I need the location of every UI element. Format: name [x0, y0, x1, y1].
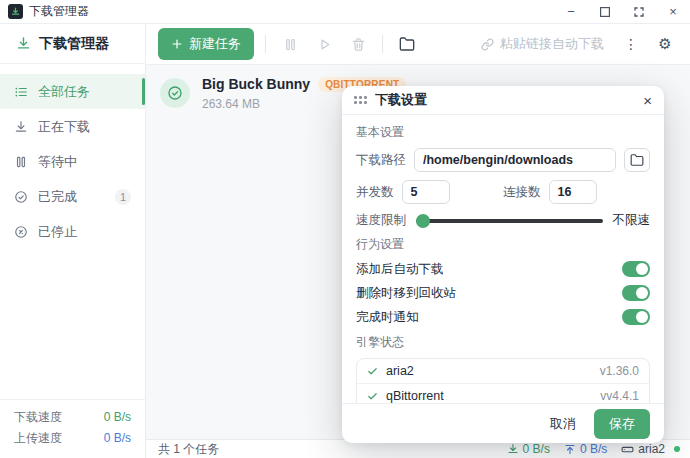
fullscreen-button[interactable] [622, 0, 656, 24]
speed-limit-label: 速度限制 [356, 212, 406, 229]
plus-icon [171, 38, 183, 50]
titlebar: 下载管理器 − × [0, 0, 690, 24]
download-speed-label: 下载速度 [14, 407, 62, 428]
connections-input[interactable] [549, 180, 597, 204]
window-title: 下载管理器 [29, 3, 89, 20]
statusbar-engine: aria2 [621, 442, 680, 456]
slider-track [416, 219, 603, 223]
engine-status-list: aria2 v1.36.0 qBittorrent vv4.4.1 yt-dlp… [356, 358, 650, 403]
check-circle-icon [14, 190, 28, 204]
sidebar-item-label: 已停止 [38, 223, 77, 241]
engine-status-dot [674, 446, 680, 452]
concurrency-input[interactable] [402, 180, 450, 204]
statusbar-upload-speed: 0 B/s [564, 442, 607, 456]
app-logo-icon [8, 4, 23, 19]
pause-icon [283, 37, 298, 52]
resume-task-button[interactable] [311, 31, 337, 57]
task-status-icon [160, 78, 190, 108]
delete-task-button[interactable] [345, 31, 371, 57]
sidebar-speed-panel: 下载速度 0 B/s 上传速度 0 B/s [0, 399, 145, 458]
sidebar-item-all-tasks[interactable]: 全部任务 [0, 74, 145, 109]
paste-link-label: 粘贴链接自动下载 [500, 35, 604, 53]
task-count: 共 1 个任务 [158, 441, 219, 458]
engine-row-aria2: aria2 v1.36.0 [357, 359, 649, 384]
list-icon [14, 85, 28, 99]
upload-speed-value: 0 B/s [104, 428, 131, 449]
sidebar-item-label: 全部任务 [38, 83, 90, 101]
new-task-label: 新建任务 [189, 35, 241, 53]
open-folder-button[interactable] [394, 31, 420, 57]
sidebar: 下载管理器 全部任务 正在下载 等待中 [0, 24, 146, 458]
folder-icon [399, 36, 415, 52]
pause-icon [14, 155, 28, 169]
new-task-button[interactable]: 新建任务 [158, 28, 254, 60]
sidebar-header-label: 下载管理器 [39, 35, 109, 53]
paste-link-hint[interactable]: 粘贴链接自动下载 [481, 35, 604, 53]
section-engine-status: 引擎状态 [356, 334, 650, 351]
sidebar-item-label: 等待中 [38, 153, 77, 171]
kebab-icon: ⋮ [624, 36, 638, 52]
play-icon [317, 37, 332, 52]
cancel-button[interactable]: 取消 [538, 409, 588, 439]
download-settings-dialog: 下载设置 × 基本设置 下载路径 并发数 连接数 速度限制 [342, 86, 664, 443]
download-icon [507, 443, 519, 455]
toggle-row-auto-download: 添加后自动下载 [356, 258, 650, 280]
more-menu-button[interactable]: ⋮ [618, 31, 644, 57]
connections-label: 连接数 [503, 184, 541, 201]
pause-task-button[interactable] [277, 31, 303, 57]
save-button[interactable]: 保存 [594, 409, 650, 439]
dialog-footer: 取消 保存 [342, 403, 664, 443]
speed-limit-slider[interactable] [416, 214, 603, 228]
section-basic-settings: 基本设置 [356, 124, 650, 141]
dialog-title: 下载设置 [375, 91, 427, 109]
x-circle-icon [14, 225, 28, 239]
hard-drive-icon [621, 443, 634, 456]
recycle-bin-toggle[interactable] [622, 285, 650, 301]
upload-speed-label: 上传速度 [14, 428, 62, 449]
toolbar-divider [382, 35, 383, 53]
notify-toggle[interactable] [622, 309, 650, 325]
section-behavior-settings: 行为设置 [356, 236, 650, 253]
sidebar-item-stopped[interactable]: 已停止 [0, 214, 145, 249]
check-icon [367, 366, 378, 377]
minimize-button[interactable]: − [554, 0, 588, 24]
maximize-icon [600, 7, 610, 17]
folder-icon [630, 153, 644, 167]
browse-folder-button[interactable] [624, 148, 650, 172]
maximize-button[interactable] [588, 0, 622, 24]
check-icon [367, 391, 378, 402]
sidebar-item-waiting[interactable]: 等待中 [0, 144, 145, 179]
trash-icon [351, 37, 366, 52]
gear-icon: ⚙ [658, 35, 671, 53]
drag-handle-icon[interactable] [354, 96, 367, 104]
toolbar-divider [265, 35, 266, 53]
speed-limit-value: 不限速 [613, 212, 651, 229]
auto-download-toggle[interactable] [622, 261, 650, 277]
toolbar: 新建任务 粘贴链接自动下载 ⋮ ⚙ [146, 24, 690, 65]
download-path-label: 下载路径 [356, 152, 406, 169]
sidebar-item-completed[interactable]: 已完成 1 [0, 179, 145, 214]
download-speed-value: 0 B/s [104, 407, 131, 428]
dialog-header: 下载设置 × [342, 86, 664, 115]
upload-icon [564, 443, 576, 455]
sidebar-item-downloading[interactable]: 正在下载 [0, 109, 145, 144]
link-icon [481, 38, 494, 51]
dialog-close-button[interactable]: × [643, 93, 652, 108]
sidebar-item-label: 已完成 [38, 188, 77, 206]
settings-button[interactable]: ⚙ [652, 31, 678, 57]
toggle-row-notify: 完成时通知 [356, 306, 650, 328]
completed-count-badge: 1 [115, 189, 131, 205]
sidebar-header: 下载管理器 [0, 24, 145, 64]
slider-thumb[interactable] [416, 214, 430, 228]
engine-row-qbittorrent: qBittorrent vv4.4.1 [357, 384, 649, 403]
minimize-icon: − [567, 4, 575, 19]
download-path-input[interactable] [414, 148, 616, 172]
sidebar-item-label: 正在下载 [38, 118, 90, 136]
close-window-icon: × [669, 4, 677, 19]
close-window-button[interactable]: × [656, 0, 690, 24]
toggle-row-recycle-bin: 删除时移到回收站 [356, 282, 650, 304]
fullscreen-icon [634, 7, 644, 17]
download-icon [14, 120, 28, 134]
dialog-body: 基本设置 下载路径 并发数 连接数 速度限制 不限速 [342, 115, 664, 403]
task-name: Big Buck Bunny [202, 76, 310, 92]
